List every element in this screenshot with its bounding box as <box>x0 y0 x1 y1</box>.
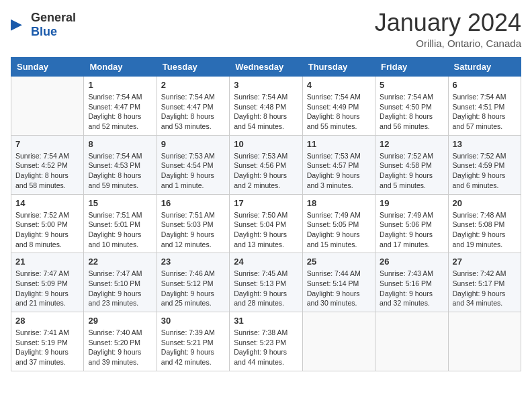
calendar-cell: 27Sunrise: 7:42 AM Sunset: 5:17 PM Dayli… <box>448 253 521 312</box>
month-title: January 2024 <box>375 11 521 35</box>
calendar-cell: 11Sunrise: 7:53 AM Sunset: 4:57 PM Dayli… <box>302 135 375 194</box>
col-header-friday: Friday <box>375 58 448 77</box>
day-info: Sunrise: 7:53 AM Sunset: 4:57 PM Dayligh… <box>307 151 371 191</box>
location-title: Orillia, Ontario, Canada <box>375 38 521 49</box>
calendar-cell: 15Sunrise: 7:51 AM Sunset: 5:01 PM Dayli… <box>84 194 157 253</box>
day-info: Sunrise: 7:44 AM Sunset: 5:14 PM Dayligh… <box>307 269 371 308</box>
day-info: Sunrise: 7:43 AM Sunset: 5:16 PM Dayligh… <box>380 269 443 308</box>
day-info: Sunrise: 7:50 AM Sunset: 5:04 PM Dayligh… <box>234 210 298 250</box>
day-number: 28 <box>15 316 79 326</box>
day-info: Sunrise: 7:54 AM Sunset: 4:49 PM Dayligh… <box>307 92 371 132</box>
col-header-monday: Monday <box>84 58 157 77</box>
calendar-cell: 25Sunrise: 7:44 AM Sunset: 5:14 PM Dayli… <box>302 253 375 312</box>
col-header-sunday: Sunday <box>11 58 84 77</box>
day-info: Sunrise: 7:54 AM Sunset: 4:51 PM Dayligh… <box>453 92 517 132</box>
day-number: 19 <box>380 198 443 208</box>
calendar-cell: 30Sunrise: 7:39 AM Sunset: 5:21 PM Dayli… <box>157 312 229 371</box>
day-info: Sunrise: 7:54 AM Sunset: 4:50 PM Dayligh… <box>380 92 443 132</box>
calendar-cell: 3Sunrise: 7:54 AM Sunset: 4:48 PM Daylig… <box>230 77 302 136</box>
day-info: Sunrise: 7:47 AM Sunset: 5:09 PM Dayligh… <box>15 269 79 308</box>
day-number: 7 <box>15 139 79 149</box>
day-number: 10 <box>234 139 298 149</box>
calendar-cell <box>302 312 375 371</box>
calendar-cell: 8Sunrise: 7:54 AM Sunset: 4:53 PM Daylig… <box>84 135 157 194</box>
day-number: 11 <box>307 139 371 149</box>
calendar-table: SundayMondayTuesdayWednesdayThursdayFrid… <box>11 57 521 371</box>
calendar-cell: 5Sunrise: 7:54 AM Sunset: 4:50 PM Daylig… <box>375 77 448 136</box>
day-info: Sunrise: 7:41 AM Sunset: 5:19 PM Dayligh… <box>15 328 79 367</box>
day-info: Sunrise: 7:53 AM Sunset: 4:54 PM Dayligh… <box>161 151 225 191</box>
day-info: Sunrise: 7:54 AM Sunset: 4:53 PM Dayligh… <box>88 151 152 191</box>
calendar-cell: 14Sunrise: 7:52 AM Sunset: 5:00 PM Dayli… <box>11 194 84 253</box>
col-header-thursday: Thursday <box>302 58 375 77</box>
day-info: Sunrise: 7:45 AM Sunset: 5:13 PM Dayligh… <box>234 269 298 308</box>
calendar-cell: 18Sunrise: 7:49 AM Sunset: 5:05 PM Dayli… <box>302 194 375 253</box>
calendar-cell: 9Sunrise: 7:53 AM Sunset: 4:54 PM Daylig… <box>157 135 229 194</box>
day-info: Sunrise: 7:52 AM Sunset: 4:59 PM Dayligh… <box>453 151 517 191</box>
svg-text:▶: ▶ <box>11 15 22 32</box>
day-info: Sunrise: 7:38 AM Sunset: 5:23 PM Dayligh… <box>234 328 298 367</box>
day-info: Sunrise: 7:54 AM Sunset: 4:52 PM Dayligh… <box>15 151 79 191</box>
day-number: 17 <box>234 198 298 208</box>
calendar-cell: 6Sunrise: 7:54 AM Sunset: 4:51 PM Daylig… <box>448 77 521 136</box>
day-info: Sunrise: 7:52 AM Sunset: 5:00 PM Dayligh… <box>15 210 79 250</box>
calendar-cell <box>375 312 448 371</box>
calendar-cell: 4Sunrise: 7:54 AM Sunset: 4:49 PM Daylig… <box>302 77 375 136</box>
day-info: Sunrise: 7:39 AM Sunset: 5:21 PM Dayligh… <box>161 328 225 367</box>
day-number: 27 <box>453 257 517 267</box>
day-number: 15 <box>88 198 152 208</box>
day-number: 1 <box>88 80 152 90</box>
calendar-cell: 22Sunrise: 7:47 AM Sunset: 5:10 PM Dayli… <box>84 253 157 312</box>
day-number: 13 <box>453 139 517 149</box>
calendar-cell: 1Sunrise: 7:54 AM Sunset: 4:47 PM Daylig… <box>84 77 157 136</box>
calendar-cell: 26Sunrise: 7:43 AM Sunset: 5:16 PM Dayli… <box>375 253 448 312</box>
calendar-cell: 21Sunrise: 7:47 AM Sunset: 5:09 PM Dayli… <box>11 253 84 312</box>
calendar-cell <box>448 312 521 371</box>
day-number: 26 <box>380 257 443 267</box>
col-header-tuesday: Tuesday <box>157 58 229 77</box>
logo-icon: ▶ <box>11 15 30 34</box>
day-info: Sunrise: 7:51 AM Sunset: 5:01 PM Dayligh… <box>88 210 152 250</box>
day-number: 16 <box>161 198 225 208</box>
day-number: 24 <box>234 257 298 267</box>
day-number: 2 <box>161 80 225 90</box>
logo-general: General <box>31 11 76 24</box>
calendar-cell: 24Sunrise: 7:45 AM Sunset: 5:13 PM Dayli… <box>230 253 302 312</box>
day-info: Sunrise: 7:46 AM Sunset: 5:12 PM Dayligh… <box>161 269 225 308</box>
day-info: Sunrise: 7:40 AM Sunset: 5:20 PM Dayligh… <box>88 328 152 367</box>
day-number: 22 <box>88 257 152 267</box>
day-number: 14 <box>15 198 79 208</box>
day-number: 23 <box>161 257 225 267</box>
day-number: 12 <box>380 139 443 149</box>
calendar-cell: 7Sunrise: 7:54 AM Sunset: 4:52 PM Daylig… <box>11 135 84 194</box>
day-number: 6 <box>453 80 517 90</box>
calendar-cell: 29Sunrise: 7:40 AM Sunset: 5:20 PM Dayli… <box>84 312 157 371</box>
day-number: 29 <box>88 316 152 326</box>
title-block: January 2024 Orillia, Ontario, Canada <box>375 11 521 49</box>
calendar-cell <box>11 77 84 136</box>
calendar-cell: 20Sunrise: 7:48 AM Sunset: 5:08 PM Dayli… <box>448 194 521 253</box>
calendar-cell: 10Sunrise: 7:53 AM Sunset: 4:56 PM Dayli… <box>230 135 302 194</box>
day-number: 5 <box>380 80 443 90</box>
day-info: Sunrise: 7:48 AM Sunset: 5:08 PM Dayligh… <box>453 210 517 250</box>
calendar-cell: 28Sunrise: 7:41 AM Sunset: 5:19 PM Dayli… <box>11 312 84 371</box>
day-number: 18 <box>307 198 371 208</box>
day-number: 20 <box>453 198 517 208</box>
day-info: Sunrise: 7:42 AM Sunset: 5:17 PM Dayligh… <box>453 269 517 308</box>
day-info: Sunrise: 7:54 AM Sunset: 4:47 PM Dayligh… <box>88 92 152 132</box>
day-number: 30 <box>161 316 225 326</box>
page-header: ▶ General Blue January 2024 Orillia, Ont… <box>11 11 521 49</box>
day-number: 4 <box>307 80 371 90</box>
day-number: 25 <box>307 257 371 267</box>
day-info: Sunrise: 7:54 AM Sunset: 4:48 PM Dayligh… <box>234 92 298 132</box>
calendar-cell: 16Sunrise: 7:51 AM Sunset: 5:03 PM Dayli… <box>157 194 229 253</box>
calendar-cell: 12Sunrise: 7:52 AM Sunset: 4:58 PM Dayli… <box>375 135 448 194</box>
day-info: Sunrise: 7:47 AM Sunset: 5:10 PM Dayligh… <box>88 269 152 308</box>
calendar-cell: 13Sunrise: 7:52 AM Sunset: 4:59 PM Dayli… <box>448 135 521 194</box>
day-info: Sunrise: 7:53 AM Sunset: 4:56 PM Dayligh… <box>234 151 298 191</box>
logo-blue: Blue <box>31 25 57 38</box>
day-number: 31 <box>234 316 298 326</box>
day-info: Sunrise: 7:54 AM Sunset: 4:47 PM Dayligh… <box>161 92 225 132</box>
calendar-cell: 17Sunrise: 7:50 AM Sunset: 5:04 PM Dayli… <box>230 194 302 253</box>
calendar-cell: 2Sunrise: 7:54 AM Sunset: 4:47 PM Daylig… <box>157 77 229 136</box>
